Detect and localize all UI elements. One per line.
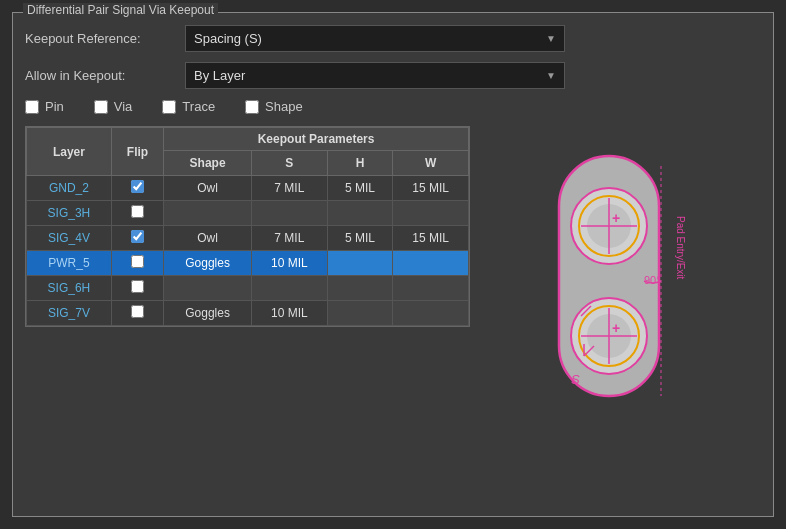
cell-flip[interactable] <box>111 201 163 226</box>
cell-shape: Goggles <box>164 251 252 276</box>
table-body: GND_2Owl7 MIL5 MIL15 MILSIG_3HSIG_4VOwl7… <box>27 176 469 326</box>
allow-in-keepout-dropdown-wrapper: By Layer ▼ <box>185 62 565 89</box>
checkbox-pin-label: Pin <box>45 99 64 114</box>
cell-flip[interactable] <box>111 176 163 201</box>
cell-flip[interactable] <box>111 251 163 276</box>
cell-w <box>393 301 469 326</box>
table-row[interactable]: SIG_7VGoggles10 MIL <box>27 301 469 326</box>
cell-s: 7 MIL <box>252 176 328 201</box>
checkbox-pin[interactable]: Pin <box>25 99 64 114</box>
table-wrapper: Layer Flip Keepout Parameters Shape S H … <box>25 126 470 327</box>
cell-layer: SIG_7V <box>27 301 112 326</box>
checkbox-pin-input[interactable] <box>25 100 39 114</box>
cell-layer: SIG_4V <box>27 226 112 251</box>
cell-s: 10 MIL <box>252 301 328 326</box>
cell-flip[interactable] <box>111 276 163 301</box>
cell-shape <box>164 276 252 301</box>
col-s: S <box>252 151 328 176</box>
cell-w <box>393 251 469 276</box>
panel: Differential Pair Signal Via Keepout Kee… <box>12 12 774 517</box>
svg-text:+: + <box>612 210 620 226</box>
allow-in-keepout-dropdown[interactable]: By Layer ▼ <box>185 62 565 89</box>
table-scroll[interactable]: Layer Flip Keepout Parameters Shape S H … <box>26 127 469 326</box>
cell-h: 5 MIL <box>327 176 393 201</box>
checkbox-trace-label: Trace <box>182 99 215 114</box>
main-container: Differential Pair Signal Via Keepout Kee… <box>0 0 786 529</box>
allow-in-keepout-row: Allow in Keepout: By Layer ▼ <box>25 62 761 89</box>
table-section: Layer Flip Keepout Parameters Shape S H … <box>25 126 470 426</box>
cell-layer: PWR_5 <box>27 251 112 276</box>
via-visualization: + + S <box>529 136 719 426</box>
checkbox-shape-input[interactable] <box>245 100 259 114</box>
dropdown-arrow-icon-2: ▼ <box>546 70 556 81</box>
cell-flip[interactable] <box>111 301 163 326</box>
svg-text:+: + <box>612 320 620 336</box>
cell-shape: Owl <box>164 176 252 201</box>
checkbox-shape[interactable]: Shape <box>245 99 303 114</box>
cell-flip[interactable] <box>111 226 163 251</box>
cell-shape: Goggles <box>164 301 252 326</box>
checkbox-trace-input[interactable] <box>162 100 176 114</box>
table-row[interactable]: GND_2Owl7 MIL5 MIL15 MIL <box>27 176 469 201</box>
cell-s: 10 MIL <box>252 251 328 276</box>
cell-h <box>327 201 393 226</box>
cell-w: 15 MIL <box>393 226 469 251</box>
svg-text:90°: 90° <box>644 274 661 286</box>
keepout-table: Layer Flip Keepout Parameters Shape S H … <box>26 127 469 326</box>
col-shape: Shape <box>164 151 252 176</box>
keepout-reference-value: Spacing (S) <box>194 31 262 46</box>
cell-shape: Owl <box>164 226 252 251</box>
col-keepout-params: Keepout Parameters <box>164 128 469 151</box>
table-row[interactable]: SIG_3H <box>27 201 469 226</box>
checkboxes-row: Pin Via Trace Shape <box>25 99 761 114</box>
panel-title: Differential Pair Signal Via Keepout <box>23 3 218 17</box>
table-row[interactable]: SIG_4VOwl7 MIL5 MIL15 MIL <box>27 226 469 251</box>
checkbox-via-input[interactable] <box>94 100 108 114</box>
col-w: W <box>393 151 469 176</box>
col-flip: Flip <box>111 128 163 176</box>
table-row[interactable]: SIG_6H <box>27 276 469 301</box>
allow-in-keepout-label: Allow in Keepout: <box>25 68 185 83</box>
cell-layer: SIG_3H <box>27 201 112 226</box>
cell-s: 7 MIL <box>252 226 328 251</box>
cell-layer: GND_2 <box>27 176 112 201</box>
cell-h <box>327 301 393 326</box>
cell-w <box>393 276 469 301</box>
cell-layer: SIG_6H <box>27 276 112 301</box>
cell-s <box>252 276 328 301</box>
viz-section: + + S <box>486 126 761 426</box>
keepout-reference-dropdown-wrapper: Spacing (S) ▼ <box>185 25 565 52</box>
table-header-row1: Layer Flip Keepout Parameters <box>27 128 469 151</box>
cell-s <box>252 201 328 226</box>
cell-w <box>393 201 469 226</box>
keepout-reference-dropdown[interactable]: Spacing (S) ▼ <box>185 25 565 52</box>
cell-h <box>327 276 393 301</box>
svg-text:S: S <box>571 372 580 387</box>
keepout-reference-label: Keepout Reference: <box>25 31 185 46</box>
cell-h: 5 MIL <box>327 226 393 251</box>
keepout-reference-row: Keepout Reference: Spacing (S) ▼ <box>25 25 761 52</box>
cell-h <box>327 251 393 276</box>
checkbox-via[interactable]: Via <box>94 99 133 114</box>
cell-w: 15 MIL <box>393 176 469 201</box>
svg-text:Pad Entry/Exit: Pad Entry/Exit <box>675 216 686 280</box>
checkbox-trace[interactable]: Trace <box>162 99 215 114</box>
dropdown-arrow-icon: ▼ <box>546 33 556 44</box>
col-layer: Layer <box>27 128 112 176</box>
checkbox-via-label: Via <box>114 99 133 114</box>
col-h: H <box>327 151 393 176</box>
allow-in-keepout-value: By Layer <box>194 68 245 83</box>
table-row[interactable]: PWR_5Goggles10 MIL <box>27 251 469 276</box>
checkbox-shape-label: Shape <box>265 99 303 114</box>
cell-shape <box>164 201 252 226</box>
content-area: Layer Flip Keepout Parameters Shape S H … <box>25 126 761 426</box>
